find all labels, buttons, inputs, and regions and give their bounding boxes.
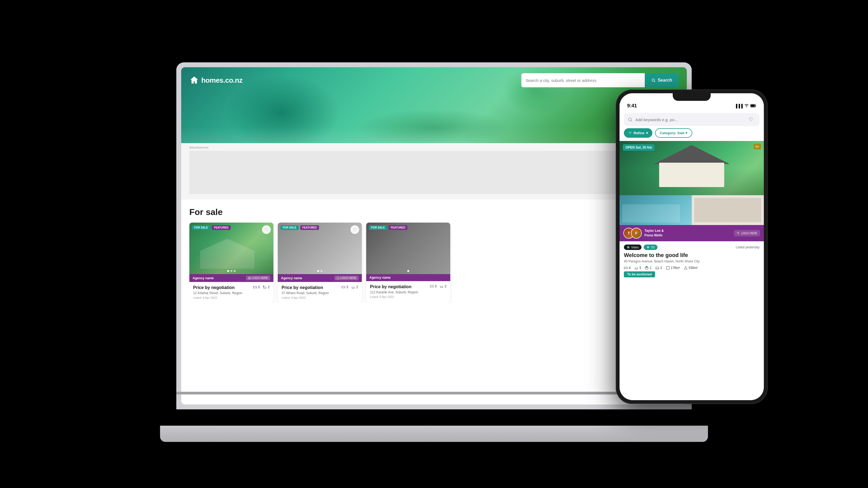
ad-label: Advertisement — [189, 146, 679, 149]
phone-device: 9:41 ▐▐▐ — [616, 90, 768, 404]
listed-date-2: Listed: 6 Apr 2022 — [282, 296, 358, 299]
card-info-3: Price by negotiation 112 Karariki Ave, S… — [366, 281, 450, 302]
logo-area: homes.co.nz — [189, 75, 243, 85]
badge-for-sale-2: FOR SALE — [280, 225, 299, 230]
search-button-label: Search — [658, 78, 672, 83]
bed-icon-3 — [430, 284, 434, 288]
bed-icon-phone — [624, 266, 628, 270]
agency-name-3: Agency name — [369, 276, 391, 280]
phone-search-bar[interactable]: ♡ — [624, 113, 760, 126]
bath-icon-1 — [263, 285, 267, 289]
property-card-3[interactable]: FOR SALE FEATURED Agency name — [366, 223, 450, 302]
agency-bar-3: Agency name — [366, 274, 450, 281]
card-price-3: Price by negotiation — [370, 284, 418, 289]
card-price-2: Price by negotiation — [282, 285, 329, 290]
laptop-device: homes.co.nz Search — [176, 62, 692, 442]
key-icon — [737, 231, 740, 235]
agency-bar-1: Agency name LOGO HERE — [189, 274, 273, 282]
phone-status-icons: ▐▐▐ — [735, 104, 756, 108]
card-info-2: Price by negotiation 37 Whero Road, Subu… — [278, 282, 362, 302]
land-area-icon — [684, 266, 688, 270]
card-image-container-1: FOR SALE FEATURED ♡ — [189, 223, 273, 274]
phone-main-image: OPEN Sat, 20 feb ⊞+ — [620, 141, 764, 195]
bath-count: 3 — [634, 266, 641, 270]
property-card-1[interactable]: FOR SALE FEATURED ♡ Agency name — [189, 223, 273, 302]
image-dots-3 — [407, 270, 409, 272]
dot-1 — [407, 270, 409, 272]
phone-house-illustration — [654, 149, 730, 187]
property-card-2[interactable]: FOR SALE FEATURED ♡ Agency name — [278, 223, 362, 302]
svg-rect-11 — [656, 267, 659, 269]
card-image-1 — [189, 223, 273, 274]
filter-row: Refine ▾ Category: Sale ▾ — [620, 128, 764, 141]
battery-svg — [750, 104, 756, 107]
phone-thumbnail-1 — [620, 195, 692, 225]
search-bar[interactable]: Search — [521, 73, 679, 87]
agency-bar-2: Agency name LOGO HERE — [278, 274, 362, 282]
phone-property-card[interactable]: OPEN Sat, 20 feb ⊞+ T — [620, 141, 764, 281]
beds-count: 4 — [624, 266, 631, 270]
refine-button-label: Refine — [633, 131, 645, 135]
garage-count: 1 — [645, 266, 652, 270]
badge-for-sale-1: FOR SALE — [192, 225, 210, 230]
phone-body: 9:41 ▐▐▐ — [616, 90, 768, 404]
agent-name-1: Taylor Lee & — [645, 229, 664, 233]
agent-bar: T F Taylor Lee & Fiona Wells — [620, 225, 764, 241]
avatar-inner-2: F — [631, 228, 641, 238]
wifi-svg — [744, 104, 749, 107]
badge-row-3: FOR SALE FEATURED — [369, 225, 407, 230]
refine-button[interactable]: Refine ▾ — [624, 128, 652, 138]
svg-rect-10 — [645, 267, 648, 269]
badge-featured-3: FEATURED — [389, 225, 408, 230]
dot-1 — [317, 270, 319, 272]
phone-search-icon — [628, 117, 632, 122]
agency-name-2: Agency name — [281, 276, 302, 280]
search-input[interactable] — [521, 78, 645, 83]
badge-featured-2: FEATURED — [300, 225, 319, 230]
garage-icon-phone — [645, 266, 649, 270]
phone-notch — [673, 93, 711, 101]
favorite-button-2[interactable]: ♡ — [350, 225, 359, 234]
section-title: For sale — [189, 207, 679, 217]
dot-1 — [227, 270, 229, 272]
filter-icon — [628, 131, 632, 135]
card-image-2 — [278, 223, 362, 274]
svg-rect-1 — [248, 277, 251, 279]
phone-screen: 9:41 ▐▐▐ — [620, 93, 764, 400]
signal-icon: ▐▐▐ — [735, 104, 743, 108]
category-button[interactable]: Category: Sale ▾ — [655, 128, 692, 138]
listed-yesterday: Listed yesterday — [736, 246, 760, 249]
favorite-button-1[interactable]: ♡ — [262, 225, 271, 234]
card-stats-2: 3 2 — [341, 285, 358, 289]
card-stats-3: 3 2 — [430, 284, 446, 288]
video-tag: Video — [624, 245, 642, 250]
search-button[interactable]: Search — [645, 73, 679, 87]
image-dots-1 — [227, 270, 236, 272]
beds-stat-2: 3 — [341, 285, 348, 289]
agent-info: T F Taylor Lee & Fiona Wells — [623, 228, 664, 238]
phone-favorite-icon[interactable]: ♡ — [746, 115, 756, 124]
card-info-row-1: Price by negotiation 12 Kōwhai Street, S… — [193, 285, 270, 295]
svg-text:3D: 3D — [647, 247, 649, 248]
agent-names: Taylor Lee & Fiona Wells — [645, 229, 664, 238]
beds-stat-1: 3 — [253, 285, 260, 289]
card-price-address-1: Price by negotiation 12 Kōwhai Street, S… — [193, 285, 242, 295]
phone-search-input[interactable] — [635, 118, 743, 122]
agent-name-2: Fiona Wells — [645, 233, 664, 238]
property-stats-row: 4 3 — [624, 266, 760, 270]
card-price-1: Price by negotiation — [193, 285, 242, 290]
card-price-address-3: Price by negotiation 112 Karariki Ave, S… — [370, 284, 418, 294]
card-image-container-2: FOR SALE FEATURED ♡ — [278, 223, 362, 274]
property-title: Welcome to the good life — [624, 252, 760, 258]
bath-icon-phone — [634, 266, 638, 270]
card-address-2: 37 Whero Road, Suburb, Region — [282, 291, 329, 295]
logo-icon-2 — [337, 277, 339, 280]
logo-placeholder-1: LOGO HERE — [246, 276, 270, 280]
phone-thumbnail-row — [620, 195, 764, 225]
agency-logo-placeholder: LOGO HERE — [734, 230, 760, 236]
agent-avatars: T F — [623, 228, 642, 238]
listed-date-1: Listed: 6 Apr 2022 — [193, 296, 270, 299]
property-address: 40 Paragon Avenue, Beach Haven, North Sh… — [624, 259, 760, 263]
listing-tags-row: Video 3D 3D Listed yesterday — [624, 245, 760, 250]
grid-icon: ⊞+ — [753, 144, 761, 150]
